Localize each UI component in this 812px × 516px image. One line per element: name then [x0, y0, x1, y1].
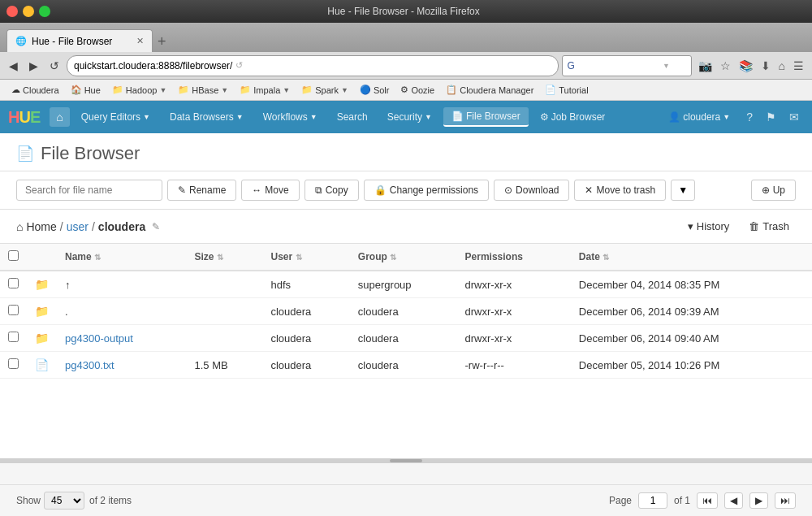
trash-label: Trash: [762, 220, 789, 232]
row-checkbox[interactable]: [8, 358, 19, 369]
select-all-checkbox[interactable]: [8, 250, 19, 261]
bookmark-oozie[interactable]: ⚙ Oozie: [395, 83, 439, 97]
more-actions-button[interactable]: ▼: [671, 180, 695, 201]
file-table: Name ⇅ Size ⇅ User ⇅ Group ⇅ Permissions: [0, 243, 812, 379]
row-date-cell: December 06, 2014 09:39 AM: [571, 298, 812, 325]
row-checkbox-cell[interactable]: [0, 298, 27, 325]
row-name-cell[interactable]: pg4300.txt: [57, 352, 187, 379]
row-checkbox[interactable]: [8, 332, 19, 342]
move-icon: ↔: [252, 184, 261, 196]
name-header[interactable]: Name ⇅: [57, 244, 187, 271]
home-browser-icon[interactable]: ⌂: [775, 58, 788, 74]
row-name-cell[interactable]: pg4300-output: [57, 325, 187, 352]
bookmark-cloudera[interactable]: ☁ Cloudera: [6, 83, 64, 97]
nav-job-browser[interactable]: ⚙ Job Browser: [532, 108, 614, 126]
change-permissions-button[interactable]: 🔒 Change permissions: [364, 180, 489, 201]
nav-feedback-button[interactable]: ✉: [784, 107, 804, 127]
move-to-trash-button[interactable]: ✕ Move to trash: [574, 180, 666, 201]
tutorial-icon: 📄: [545, 85, 556, 95]
current-breadcrumb: cloudera: [98, 220, 145, 233]
nav-query-editors[interactable]: Query Editors ▼: [73, 108, 158, 126]
bookmark-cloudera-manager[interactable]: 📋 Cloudera Manager: [441, 83, 538, 97]
nav-security[interactable]: Security ▼: [379, 108, 440, 126]
url-bar[interactable]: quickstart.cloudera:8888/filebrowser/ ↺: [67, 55, 559, 76]
download-manager-icon[interactable]: ⬇: [758, 58, 774, 74]
search-input[interactable]: [578, 60, 659, 72]
oozie-icon: ⚙: [400, 85, 408, 95]
edit-path-icon[interactable]: ✎: [152, 221, 160, 232]
nav-workflows[interactable]: Workflows ▼: [255, 108, 326, 126]
refresh-icon[interactable]: ↺: [235, 60, 243, 71]
bookmark-star-icon[interactable]: ☆: [717, 58, 734, 74]
bookmark-list-icon[interactable]: 📚: [736, 58, 756, 74]
nav-search[interactable]: Search: [329, 108, 376, 126]
scroll-thumb[interactable]: [390, 459, 422, 462]
permissions-icon: 🔒: [374, 184, 387, 196]
table-row: 📁 pg4300-output cloudera cloudera drwxr-…: [0, 325, 812, 352]
nav-cloudera-user[interactable]: 👤 cloudera ▼: [660, 108, 738, 126]
row-checkbox-cell[interactable]: [0, 325, 27, 352]
search-bar[interactable]: G ▼: [562, 55, 692, 76]
history-button[interactable]: ▾ History: [681, 218, 736, 235]
bookmark-impala[interactable]: 📁 Impala ▼: [235, 83, 295, 97]
bookmark-hadoop[interactable]: 📁 Hadoop ▼: [107, 83, 171, 97]
nav-data-browsers[interactable]: Data Browsers ▼: [162, 108, 252, 126]
menu-icon[interactable]: ☰: [790, 58, 807, 74]
hue-home-button[interactable]: ⌂: [50, 107, 69, 127]
copy-button[interactable]: ⧉ Copy: [304, 180, 359, 201]
row-name-cell[interactable]: .: [57, 298, 187, 325]
upload-button[interactable]: ⊕ Up: [751, 180, 796, 201]
bookmark-solr[interactable]: 🔵 Solr: [355, 83, 395, 97]
maximize-button[interactable]: [39, 6, 50, 17]
window-controls[interactable]: [6, 6, 50, 17]
move-label: Move: [265, 184, 288, 196]
row-checkbox[interactable]: [8, 305, 19, 315]
row-size-cell: 1.5 MB: [187, 352, 263, 379]
search-options-icon[interactable]: ▼: [663, 62, 670, 70]
nav-flag-button[interactable]: ⚑: [761, 107, 781, 127]
select-all-header[interactable]: [0, 244, 27, 271]
row-checkbox[interactable]: [8, 278, 19, 288]
query-editors-dropdown-icon: ▼: [143, 113, 150, 121]
nav-help-button[interactable]: ?: [741, 107, 758, 127]
row-type-cell: 📁: [27, 271, 57, 298]
rename-button[interactable]: ✎ Rename: [167, 180, 236, 201]
home-breadcrumb[interactable]: ⌂ Home: [16, 220, 57, 233]
download-button[interactable]: ⊙ Download: [494, 180, 569, 201]
group-header[interactable]: Group ⇅: [350, 244, 457, 271]
trash-button[interactable]: 🗑 Trash: [742, 218, 796, 235]
new-tab-button[interactable]: +: [153, 33, 171, 50]
tab-close-button[interactable]: ✕: [136, 36, 144, 46]
bookmark-hue[interactable]: 🏠 Hue: [66, 83, 106, 97]
file-search-input[interactable]: [16, 180, 162, 201]
permissions-header: Permissions: [457, 244, 571, 271]
reload-button[interactable]: ↺: [45, 58, 63, 74]
move-button[interactable]: ↔ Move: [241, 180, 299, 201]
browser-tab[interactable]: 🌐 Hue - File Browser ✕: [6, 29, 153, 52]
user-header[interactable]: User ⇅: [262, 244, 349, 271]
row-checkbox-cell[interactable]: [0, 271, 27, 298]
nav-file-browser[interactable]: 📄 File Browser: [443, 107, 529, 127]
table-row: 📁 ↑ hdfs supergroup drwxr-xr-x December …: [0, 271, 812, 298]
bookmark-impala-label: Impala: [253, 85, 280, 95]
file-link[interactable]: pg4300.txt: [65, 359, 114, 371]
file-type-icon: 📁: [35, 278, 49, 291]
size-header[interactable]: Size ⇅: [187, 244, 263, 271]
security-dropdown-icon: ▼: [425, 113, 432, 121]
camera-icon[interactable]: 📷: [695, 58, 715, 74]
forward-button[interactable]: ▶: [25, 58, 42, 74]
bookmark-spark[interactable]: 📁 Spark ▼: [296, 83, 353, 97]
file-link[interactable]: pg4300-output: [65, 332, 133, 345]
row-name-cell[interactable]: ↑: [57, 271, 187, 298]
row-checkbox-cell[interactable]: [0, 352, 27, 379]
bookmark-hue-label: Hue: [84, 85, 101, 95]
bookmark-tutorial[interactable]: 📄 Tutorial: [540, 83, 593, 97]
user-breadcrumb[interactable]: user: [67, 220, 89, 233]
close-button[interactable]: [6, 6, 18, 17]
file-table-header: Name ⇅ Size ⇅ User ⇅ Group ⇅ Permissions: [0, 244, 812, 271]
minimize-button[interactable]: [23, 6, 34, 17]
bookmark-hbase[interactable]: 📁 HBase ▼: [173, 83, 233, 97]
date-sort-icon: ⇅: [603, 253, 609, 262]
date-header[interactable]: Date ⇅: [571, 244, 812, 271]
back-button[interactable]: ◀: [5, 58, 22, 74]
